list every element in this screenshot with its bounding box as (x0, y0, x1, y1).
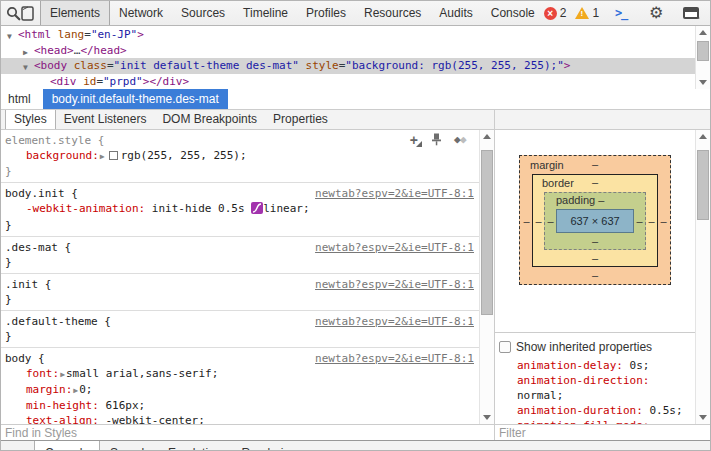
rule-selector[interactable]: .default-theme { (5, 314, 111, 329)
box-model-content[interactable]: 637 × 637 (556, 209, 634, 233)
padding-right-value[interactable]: – (634, 214, 645, 228)
tree-row-head[interactable]: ▶<head>…</head> (1, 43, 710, 59)
scroll-down-arrow-icon[interactable] (696, 76, 710, 89)
property-name[interactable]: -webkit-animation: (26, 202, 145, 215)
computed-property[interactable]: animation-direction: (499, 373, 695, 388)
scroll-down-arrow-icon[interactable] (480, 411, 494, 424)
drawer-tab-emulation[interactable]: Emulation (158, 441, 231, 450)
stylesheet-link[interactable]: newtab?espv=2&ie=UTF-8:1 (315, 351, 474, 366)
border-bottom-value[interactable]: – (533, 250, 657, 266)
settings-button[interactable]: ⚙ (643, 1, 669, 25)
scrollbar-thumb[interactable] (697, 41, 709, 61)
stylesheet-link[interactable]: newtab?espv=2&ie=UTF-8:1 (315, 240, 474, 255)
show-inherited-checkbox[interactable] (499, 341, 511, 353)
tab-styles[interactable]: Styles (5, 110, 56, 129)
styles-scrollbar[interactable] (479, 130, 494, 424)
find-in-styles-input[interactable] (1, 425, 469, 441)
expander-arrow-icon[interactable]: ▶ (59, 370, 66, 379)
drawer-tab-search[interactable]: Search (100, 441, 158, 450)
tab-dom-breakpoints[interactable]: DOM Breakpoints (154, 110, 265, 129)
property-name[interactable]: font: (26, 367, 59, 380)
property-value[interactable]: small arial,sans-serif; (66, 367, 218, 380)
property-value[interactable]: linear; (263, 202, 309, 215)
css-property[interactable]: -webkit-animation: init-hide 0.5s linear… (5, 201, 474, 218)
tab-audits[interactable]: Audits (430, 1, 481, 25)
show-inherited-row[interactable]: Show inherited properties (499, 339, 695, 355)
padding-bottom-value[interactable]: – (545, 233, 645, 249)
breadcrumb-html[interactable]: html (1, 89, 38, 109)
computed-property[interactable]: animation-delay: 0s; (499, 358, 695, 373)
tab-resources[interactable]: Resources (355, 1, 430, 25)
toggle-console-button[interactable]: >_ (608, 1, 634, 25)
rule-selector[interactable]: body { (5, 351, 45, 366)
tree-row-html[interactable]: ▼<html lang="en-JP"> (1, 27, 710, 43)
rule-selector[interactable]: body.init { (5, 186, 78, 201)
scrollbar-thumb[interactable] (481, 150, 493, 315)
rule-selector[interactable]: element.style { (5, 133, 104, 148)
tree-row-body-selected[interactable]: ▼<body class="init default-theme des-mat… (1, 58, 710, 74)
property-value[interactable]: rgb(255, 255, 255); (121, 149, 247, 162)
filter-input[interactable] (495, 425, 699, 441)
css-property[interactable]: background:▶rgb(255, 255, 255); (5, 148, 474, 164)
scroll-up-arrow-icon[interactable] (480, 130, 494, 143)
box-model-border[interactable]: border– – padding – – 637 × 637 – (532, 174, 658, 267)
stylesheet-link[interactable]: newtab?espv=2&ie=UTF-8:1 (315, 277, 474, 292)
scroll-up-arrow-icon[interactable] (696, 26, 710, 39)
tab-timeline[interactable]: Timeline (234, 1, 297, 25)
color-swatch[interactable] (109, 151, 118, 160)
property-value[interactable]: init-hide 0.5s (145, 202, 251, 215)
rule-selector[interactable]: .init { (5, 277, 51, 292)
tab-console[interactable]: Console (482, 1, 544, 25)
scroll-down-arrow-icon[interactable] (696, 411, 710, 424)
dock-side-button[interactable] (678, 1, 704, 25)
margin-left-value[interactable]: – (521, 214, 532, 228)
tab-sources[interactable]: Sources (172, 1, 234, 25)
tab-elements[interactable]: Elements (40, 1, 110, 25)
property-value[interactable]: 0; (79, 383, 92, 396)
stylesheet-link[interactable]: newtab?espv=2&ie=UTF-8:1 (315, 186, 474, 201)
inspect-element-button[interactable] (6, 1, 21, 25)
drawer-tab-rendering[interactable]: Rendering (231, 441, 306, 450)
border-left-value[interactable]: – (533, 214, 544, 228)
margin-bottom-value[interactable]: – (521, 267, 669, 283)
tab-network[interactable]: Network (110, 1, 172, 25)
padding-left-value[interactable]: – (545, 214, 556, 228)
property-name[interactable]: min-height: (26, 399, 99, 412)
device-mode-button[interactable] (21, 1, 34, 25)
property-name[interactable]: margin: (26, 383, 72, 396)
property-name[interactable]: text-align: (26, 414, 99, 424)
bezier-editor-icon[interactable] (251, 202, 263, 218)
metrics-scrollbar[interactable] (695, 130, 710, 424)
scroll-up-arrow-icon[interactable] (696, 130, 710, 143)
tab-event-listeners[interactable]: Event Listeners (56, 110, 155, 129)
css-property[interactable]: min-height: 616px; (5, 398, 474, 413)
scrollbar-thumb[interactable] (697, 150, 709, 220)
stylesheet-link[interactable]: newtab?espv=2&ie=UTF-8:1 (315, 314, 474, 329)
error-count-badge[interactable]: × 2 (544, 6, 567, 20)
computed-property[interactable]: animation-duration: 0.5s; (499, 403, 695, 418)
content-size-value[interactable]: 637 × 637 (570, 214, 619, 228)
css-property[interactable]: font:▶small arial,sans-serif; (5, 366, 474, 382)
computed-property[interactable]: normal; (499, 388, 695, 403)
tree-row-div-prpd[interactable]: <div id="prpd"></div> (1, 74, 710, 90)
tab-properties[interactable]: Properties (265, 110, 336, 129)
css-property[interactable]: margin:▶0; (5, 382, 474, 398)
padding-top-value[interactable]: – (598, 194, 604, 206)
expander-arrow-icon[interactable]: ▶ (99, 152, 106, 161)
css-property[interactable]: text-align: -webkit-center; (5, 413, 474, 424)
property-name[interactable]: background: (26, 149, 99, 162)
box-model-margin[interactable]: margin– – border– – padding – – (519, 155, 671, 285)
breadcrumb-body-selected[interactable]: body.init.default-theme.des-mat (43, 89, 228, 109)
tab-profiles[interactable]: Profiles (297, 1, 355, 25)
margin-top-value[interactable]: – (592, 158, 598, 170)
border-right-value[interactable]: – (646, 214, 657, 228)
border-top-value[interactable]: – (592, 176, 598, 188)
box-model-padding[interactable]: padding – – 637 × 637 – – (544, 192, 646, 250)
drawer-tab-console[interactable]: Console (34, 441, 100, 450)
property-value[interactable]: 616px; (99, 399, 145, 412)
rule-selector[interactable]: .des-mat { (5, 240, 71, 255)
tree-scrollbar[interactable] (695, 26, 710, 89)
property-value[interactable]: -webkit-center; (99, 414, 205, 424)
margin-right-value[interactable]: – (658, 214, 669, 228)
warning-count-badge[interactable]: 1 (575, 6, 599, 20)
